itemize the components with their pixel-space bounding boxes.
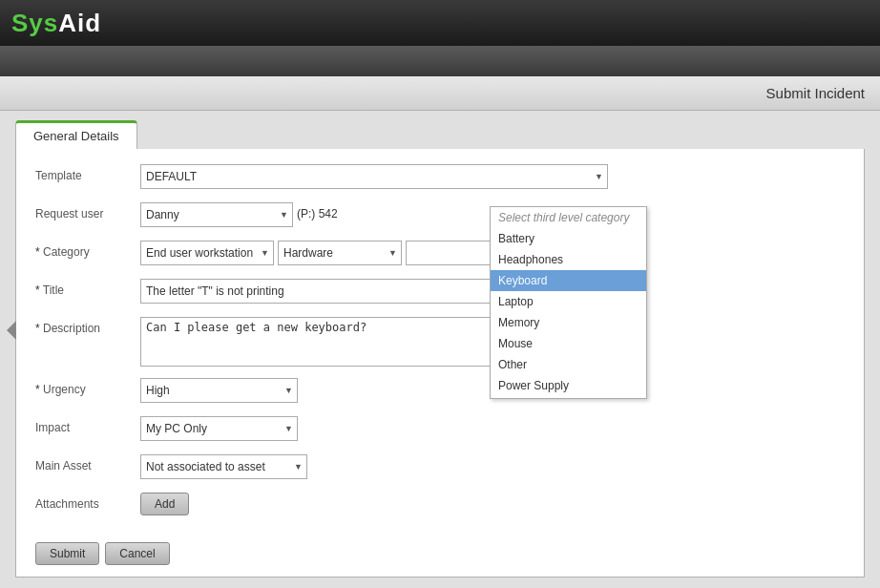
logo-sys: Sys: [11, 9, 58, 37]
dropdown-item-power-supply[interactable]: Power Supply: [491, 375, 646, 396]
request-user-row: Request user Danny (P:) 542: [35, 202, 845, 229]
impact-controls: My PC Only Department Organization: [140, 416, 845, 441]
category-label: Category: [35, 241, 140, 259]
description-label: Description: [35, 317, 140, 335]
page-title: Submit Incident: [766, 85, 865, 101]
tab-label: General Details: [33, 129, 119, 143]
left-arrow-handle[interactable]: [7, 321, 16, 340]
description-textarea[interactable]: Can I please get a new keyboard?: [140, 317, 493, 367]
request-user-select[interactable]: Danny: [140, 202, 293, 227]
dropdown-item-headphones[interactable]: Headphones: [491, 249, 646, 270]
request-user-label: Request user: [35, 202, 140, 220]
cancel-button[interactable]: Cancel: [105, 542, 169, 565]
dropdown-item-printer[interactable]: Printer: [491, 396, 646, 398]
dropdown-item-other[interactable]: Other: [491, 354, 646, 375]
impact-row: Impact My PC Only Department Organizatio…: [35, 416, 845, 443]
dropdown-item-battery[interactable]: Battery: [491, 228, 646, 249]
title-row: Title: [35, 279, 845, 305]
sub-bar: [0, 46, 880, 76]
main-asset-controls: Not associated to asset: [140, 454, 845, 479]
attachments-label: Attachments: [35, 493, 140, 511]
category2-select[interactable]: Hardware: [278, 241, 402, 265]
request-user-select-wrapper: Danny: [140, 202, 293, 227]
bottom-buttons: Submit Cancel: [35, 535, 845, 565]
submit-button[interactable]: Submit: [35, 542, 99, 565]
dropdown-item-placeholder[interactable]: Select third level category: [491, 207, 646, 228]
urgency-row: Urgency Low Medium High Critical: [35, 378, 845, 405]
category1-select-wrapper: End user workstation: [140, 241, 274, 265]
top-bar: SysAid: [0, 0, 880, 46]
app-logo: SysAid: [11, 9, 101, 38]
dropdown-item-memory[interactable]: Memory: [491, 312, 646, 333]
logo-aid: Aid: [58, 9, 101, 37]
dropdown-item-keyboard[interactable]: Keyboard: [491, 270, 646, 291]
impact-select[interactable]: My PC Only Department Organization: [140, 416, 298, 441]
template-row: Template DEFAULT: [35, 164, 845, 191]
template-label: Template: [35, 164, 140, 182]
urgency-select-wrapper: Low Medium High Critical: [140, 378, 298, 403]
main-content: General Details Template DEFAULT Request…: [0, 111, 880, 588]
category3-dropdown-list: Select third level category Battery Head…: [491, 207, 646, 398]
category-row: Category End user workstation Hardware ▼: [35, 241, 845, 267]
tab-general-details[interactable]: General Details: [15, 120, 137, 149]
main-asset-row: Main Asset Not associated to asset: [35, 454, 845, 481]
impact-label: Impact: [35, 416, 140, 434]
asset-select[interactable]: Not associated to asset: [140, 454, 307, 479]
phone-label: (P:) 542: [297, 202, 338, 220]
template-select-wrapper: DEFAULT: [140, 164, 608, 189]
dropdown-item-laptop[interactable]: Laptop: [491, 291, 646, 312]
attachments-row: Attachments Add: [35, 493, 845, 519]
urgency-select[interactable]: Low Medium High Critical: [140, 378, 298, 403]
category3-dropdown-overlay: Select third level category Battery Head…: [490, 206, 647, 399]
form-panel: Template DEFAULT Request user Danny (P:)…: [15, 149, 865, 578]
category2-select-wrapper: Hardware: [278, 241, 402, 265]
impact-select-wrapper: My PC Only Department Organization: [140, 416, 298, 441]
urgency-label: Urgency: [35, 378, 140, 396]
add-attachment-button[interactable]: Add: [140, 493, 189, 515]
template-controls: DEFAULT: [140, 164, 845, 189]
main-asset-label: Main Asset: [35, 454, 140, 472]
description-row: Description Can I please get a new keybo…: [35, 317, 845, 367]
title-bar: Submit Incident: [0, 76, 880, 111]
dropdown-item-mouse[interactable]: Mouse: [491, 333, 646, 354]
attachments-controls: Add: [140, 493, 845, 515]
title-label: Title: [35, 279, 140, 297]
asset-select-wrapper: Not associated to asset: [140, 454, 307, 479]
tab-container: General Details: [15, 120, 865, 149]
category1-select[interactable]: End user workstation: [140, 241, 274, 265]
template-select[interactable]: DEFAULT: [140, 164, 608, 189]
title-input[interactable]: [140, 279, 493, 304]
